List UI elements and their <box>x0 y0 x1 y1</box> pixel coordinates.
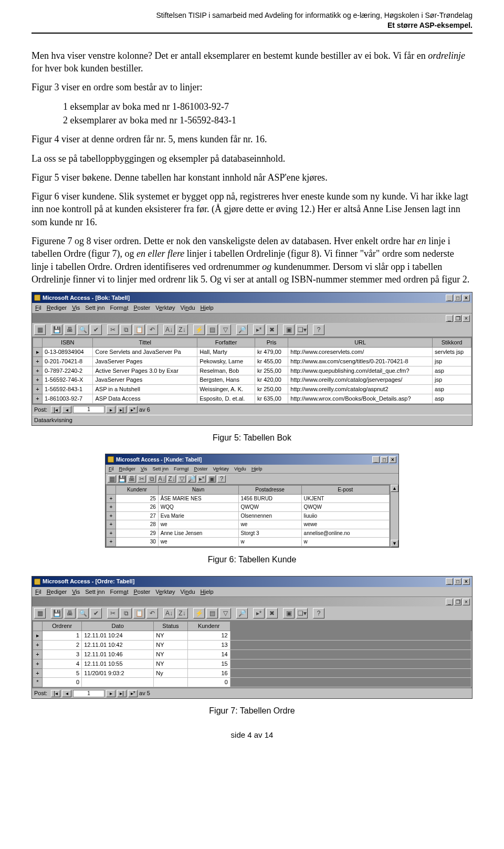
cell[interactable]: asp <box>433 366 471 375</box>
cell[interactable]: Ny <box>154 668 187 678</box>
cell[interactable]: QWQW <box>301 503 389 512</box>
db-window-button[interactable]: ▣ <box>283 608 295 619</box>
menu-fil[interactable]: Fil <box>35 588 41 596</box>
menubar-ordre[interactable]: Fil Rediger Vis Sett inn Format Poster V… <box>32 587 472 598</box>
cell[interactable]: Hall, Marty <box>197 347 255 357</box>
cell[interactable]: kr 420,00 <box>255 375 288 385</box>
cell[interactable]: 1456 BURUD <box>238 494 301 503</box>
cell[interactable]: kr 455,00 <box>255 357 288 366</box>
menu-vindu[interactable]: Vindu <box>234 466 246 472</box>
menu-format[interactable]: Format <box>174 466 189 472</box>
undo-button[interactable]: ↶ <box>146 324 158 335</box>
nav-new-button[interactable]: ▸* <box>128 406 138 413</box>
col-selector[interactable] <box>33 338 43 348</box>
cell[interactable]: Active Server Pages 3.0 by Exar <box>93 366 197 375</box>
menu-format[interactable]: Format <box>110 588 129 596</box>
help-button[interactable]: ? <box>313 324 324 335</box>
minimize-button[interactable]: _ <box>446 578 453 585</box>
menu-hjelp[interactable]: Hjelp <box>201 304 214 312</box>
col-epost[interactable]: E-post <box>301 486 389 495</box>
scroll-down-icon[interactable]: ▼ <box>391 540 398 547</box>
cell[interactable]: http://www.oreilly.com/catalog/jserverpa… <box>288 375 433 385</box>
titlebar-bok[interactable]: Microsoft Access - [Bok: Tabell] _ □ × <box>32 292 472 303</box>
cell[interactable]: Esposito, D. et.al. <box>197 394 255 404</box>
row-selector[interactable]: ▸ <box>33 631 43 641</box>
nav-new-button[interactable]: ▸* <box>128 690 138 697</box>
menu-vis[interactable]: Vis <box>141 466 147 472</box>
help-button[interactable]: ? <box>313 608 324 619</box>
cut-button[interactable]: ✂ <box>138 475 146 483</box>
cell[interactable] <box>82 678 154 687</box>
nav-first-button[interactable]: |◂ <box>51 690 60 697</box>
cell[interactable]: Bergsten, Hans <box>197 375 255 385</box>
save-button[interactable]: 💾 <box>51 608 62 619</box>
menu-poster[interactable]: Poster <box>194 466 207 472</box>
col-url[interactable]: URL <box>288 338 433 348</box>
cell[interactable]: Olsennennen <box>238 511 301 520</box>
menu-fil[interactable]: Fil <box>109 466 114 472</box>
col-navn[interactable]: Navn <box>158 486 238 495</box>
menu-rediger[interactable]: Rediger <box>119 466 136 472</box>
table-row[interactable]: +412.11.01 10:55NY15 <box>33 659 471 668</box>
row-selector[interactable]: + <box>33 649 43 659</box>
cell[interactable]: ASP Data Access <box>93 394 197 404</box>
table-row[interactable]: +212.11.01 10:42NY13 <box>33 641 471 650</box>
cell[interactable]: asp <box>433 394 471 404</box>
cell[interactable]: asp <box>433 385 471 394</box>
cell[interactable]: 12.11.01 10:24 <box>82 631 154 641</box>
cell[interactable] <box>154 678 187 687</box>
print-button[interactable]: 🖶 <box>128 475 136 483</box>
cell[interactable]: 0 <box>43 678 82 687</box>
menu-vindu[interactable]: Vindu <box>181 304 195 312</box>
view-button[interactable]: ▦ <box>34 324 46 335</box>
cell[interactable]: 3 <box>43 649 82 659</box>
cell[interactable]: 0-201-70421-8 <box>43 357 93 366</box>
cell[interactable]: kr 635,00 <box>255 394 288 404</box>
sort-desc-button[interactable]: Z↓ <box>167 475 176 483</box>
new-object-button[interactable]: ❏▾ <box>296 608 308 619</box>
col-isbn[interactable]: ISBN <box>43 338 93 348</box>
row-selector[interactable]: ▸ <box>33 347 43 357</box>
child-restore-button[interactable]: ❐ <box>454 599 461 605</box>
copy-button[interactable]: ⧉ <box>148 475 156 483</box>
new-object-button[interactable]: ❏▾ <box>296 324 308 335</box>
cell[interactable]: 0 <box>187 678 230 687</box>
row-selector[interactable]: + <box>33 668 43 678</box>
cell[interactable]: QWQW <box>238 503 301 512</box>
cell[interactable]: Weissinger, A. K. <box>197 385 255 394</box>
close-button[interactable]: × <box>463 295 470 301</box>
paste-button[interactable]: 📋 <box>133 324 145 335</box>
cell[interactable]: http://www.quepublishing.com/detail_que.… <box>288 366 433 375</box>
delete-record-button[interactable]: ✖ <box>266 324 278 335</box>
preview-button[interactable]: 🔍 <box>77 608 89 619</box>
scrollbar-kunde[interactable]: ▲ ▼ <box>390 485 398 547</box>
copy-button[interactable]: ⧉ <box>120 324 132 335</box>
cell[interactable]: ÅSE MARIE NES <box>158 494 238 503</box>
menu-verktoy[interactable]: Verktøy <box>213 466 229 472</box>
find-button[interactable]: 🔎 <box>187 475 196 483</box>
menu-vindu[interactable]: Vindu <box>181 588 195 596</box>
filter-form-button[interactable]: ▤ <box>206 608 218 619</box>
menu-settinn[interactable]: Sett inn <box>85 304 104 312</box>
row-selector[interactable]: + <box>107 529 116 538</box>
cell[interactable]: we <box>158 520 238 529</box>
close-button[interactable]: × <box>463 578 470 585</box>
minimize-button[interactable]: _ <box>372 456 380 463</box>
cell[interactable]: 5 <box>43 668 82 678</box>
view-button[interactable]: ▦ <box>108 475 116 483</box>
table-row[interactable]: +312.11.01 10:46NY14 <box>33 649 471 659</box>
menu-settinn[interactable]: Sett inn <box>152 466 169 472</box>
cell[interactable]: http://www.wrox.com/Books/Book_Details.a… <box>288 394 433 404</box>
cell[interactable]: Reselman, Bob <box>197 366 255 375</box>
minimize-button[interactable]: _ <box>446 295 453 301</box>
cell[interactable]: 15 <box>187 659 230 668</box>
nav-last-button[interactable]: ▸| <box>117 406 127 413</box>
table-row[interactable]: +511/20/01 9:03:2Ny16 <box>33 668 471 678</box>
menu-settinn[interactable]: Sett inn <box>85 588 104 596</box>
cell[interactable]: WQQ <box>158 503 238 512</box>
col-ordrenr[interactable]: Ordrenr <box>43 622 82 631</box>
child-minimize-button[interactable]: _ <box>446 315 453 322</box>
filter-sel-button[interactable]: ⚡ <box>193 608 205 619</box>
col-forfatter[interactable]: Forfatter <box>197 338 255 348</box>
cell[interactable]: NY <box>154 659 187 668</box>
